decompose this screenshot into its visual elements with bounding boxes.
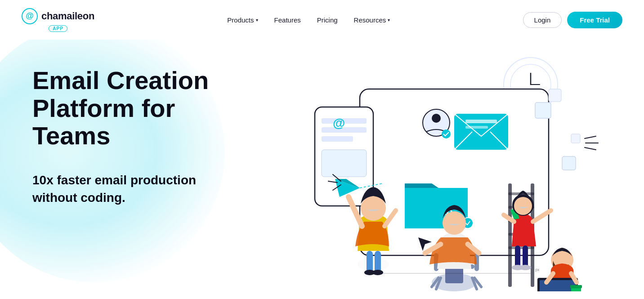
- hero-right: @: [261, 40, 644, 299]
- svg-rect-9: [322, 150, 367, 177]
- svg-point-62: [519, 265, 531, 270]
- chevron-down-icon: ▾: [388, 18, 390, 22]
- logo-app-badge: APP: [49, 25, 67, 32]
- svg-rect-26: [549, 89, 561, 102]
- svg-text:@: @: [333, 116, 345, 130]
- logo[interactable]: @ chamaileon APP: [22, 8, 94, 32]
- header: @ chamaileon APP Products ▾ Features Pri…: [0, 0, 644, 40]
- svg-point-12: [432, 114, 441, 123]
- hero-subtitle: 10x faster email production without codi…: [32, 171, 212, 206]
- logo-at-icon: @: [22, 8, 38, 24]
- hero-section: Email Creation Platform for Teams 10x fa…: [0, 40, 644, 299]
- hero-title: Email Creation Platform for Teams: [32, 67, 248, 150]
- svg-rect-14: [454, 114, 508, 150]
- svg-rect-60: [523, 245, 528, 268]
- svg-rect-27: [562, 156, 576, 170]
- free-trial-button[interactable]: Free Trial: [567, 12, 622, 28]
- svg-rect-18: [465, 126, 488, 129]
- svg-line-76: [585, 136, 596, 138]
- nav-resources[interactable]: Resources ▾: [354, 16, 390, 24]
- nav-products[interactable]: Products ▾: [227, 16, 258, 24]
- svg-rect-59: [515, 245, 520, 268]
- svg-point-49: [443, 211, 466, 235]
- hero-illustration: @: [270, 49, 603, 291]
- svg-rect-70: [570, 285, 582, 288]
- svg-line-78: [585, 147, 596, 150]
- nav-actions: Login Free Trial: [523, 12, 622, 28]
- hero-left: Email Creation Platform for Teams 10x fa…: [0, 40, 261, 206]
- logo-name: chamaileon: [41, 10, 94, 22]
- svg-text:px: px: [535, 268, 540, 272]
- login-button[interactable]: Login: [523, 12, 562, 28]
- main-nav: Products ▾ Features Pricing Resources ▾: [227, 16, 390, 24]
- svg-point-33: [372, 270, 383, 275]
- svg-point-29: [358, 258, 389, 271]
- svg-rect-8: [322, 136, 353, 142]
- svg-point-64: [514, 197, 532, 215]
- nav-pricing[interactable]: Pricing: [317, 16, 338, 24]
- svg-rect-25: [535, 103, 551, 118]
- chevron-down-icon: ▾: [256, 18, 258, 22]
- svg-rect-17: [465, 120, 497, 123]
- svg-rect-28: [571, 134, 580, 143]
- svg-rect-56: [508, 246, 534, 249]
- svg-point-13: [442, 129, 451, 138]
- nav-features[interactable]: Features: [274, 16, 301, 24]
